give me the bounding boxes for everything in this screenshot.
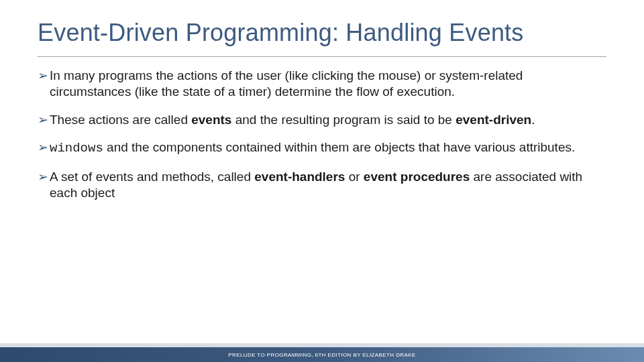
footer-band: PRELUDE TO PROGRAMMING, 6TH EDITION BY E… xyxy=(0,347,644,362)
list-item: ➢ These actions are called events and th… xyxy=(38,112,606,128)
list-item: ➢ In many programs the actions of the us… xyxy=(38,68,606,100)
slide-title: Event-Driven Programming: Handling Event… xyxy=(0,0,644,54)
list-item: ➢ windows and the components contained w… xyxy=(38,139,606,157)
bullet-text: These actions are called events and the … xyxy=(50,112,606,128)
chevron-right-icon: ➢ xyxy=(38,139,48,156)
chevron-right-icon: ➢ xyxy=(38,169,48,185)
chevron-right-icon: ➢ xyxy=(38,112,48,128)
bullet-text: windows and the components contained wit… xyxy=(50,139,606,157)
bullet-list: ➢ In many programs the actions of the us… xyxy=(0,57,644,201)
list-item: ➢ A set of events and methods, called ev… xyxy=(38,169,606,201)
slide: Event-Driven Programming: Handling Event… xyxy=(0,0,644,362)
bullet-text: A set of events and methods, called even… xyxy=(50,169,606,201)
footer-text: PRELUDE TO PROGRAMMING, 6TH EDITION BY E… xyxy=(228,352,415,358)
bullet-text: In many programs the actions of the user… xyxy=(50,68,606,100)
chevron-right-icon: ➢ xyxy=(38,68,48,84)
